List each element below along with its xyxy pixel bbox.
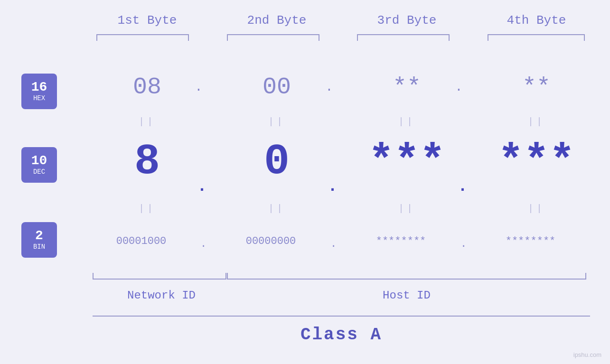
- equals-3a: ||: [359, 116, 454, 127]
- hex-value-4: **: [489, 74, 584, 101]
- top-bracket-4: [488, 34, 585, 41]
- bin-badge-number: 2: [35, 229, 43, 243]
- dec-dot-3: .: [458, 177, 468, 196]
- byte-header-4: 4th Byte: [489, 13, 584, 28]
- dec-value-4: ***: [489, 138, 584, 186]
- top-bracket-3: [357, 34, 450, 41]
- dec-value-1: 8: [100, 138, 195, 186]
- byte-header-3: 3rd Byte: [359, 13, 454, 28]
- hex-badge-number: 16: [31, 80, 47, 95]
- bin-dot-2: .: [330, 238, 337, 250]
- equals-2b: ||: [229, 203, 324, 214]
- hex-dot-3: .: [455, 80, 463, 94]
- bin-dot-1: .: [200, 238, 206, 250]
- class-label: Class A: [93, 325, 590, 345]
- dec-dot-2: .: [328, 177, 338, 196]
- equals-1a: ||: [100, 116, 195, 127]
- hex-badge-label: HEX: [33, 95, 45, 102]
- hex-dot-1: .: [195, 80, 203, 94]
- equals-3b: ||: [359, 203, 454, 214]
- hex-value-2: 00: [229, 74, 324, 101]
- dec-dot-1: .: [197, 177, 207, 196]
- byte-header-2: 2nd Byte: [229, 13, 324, 28]
- host-id-label: Host ID: [227, 289, 586, 302]
- bottom-bracket-host: [227, 273, 586, 280]
- equals-2a: ||: [229, 116, 324, 127]
- dec-badge-label: DEC: [33, 168, 45, 176]
- hex-badge: 16 HEX: [21, 74, 57, 109]
- dec-badge-number: 10: [31, 154, 47, 168]
- dec-value-2: 0: [229, 138, 324, 186]
- hex-value-3: **: [359, 74, 454, 101]
- class-separator: [93, 316, 590, 317]
- bin-value-1: 00001000: [83, 235, 199, 247]
- hex-dot-2: .: [325, 80, 333, 94]
- bin-value-4: ********: [472, 235, 589, 247]
- equals-1b: ||: [100, 203, 195, 214]
- watermark: ipshu.com: [573, 351, 601, 358]
- bin-dot-3: .: [460, 238, 467, 250]
- dec-value-3: ***: [359, 138, 454, 186]
- bin-value-2: 00000000: [213, 235, 329, 247]
- top-bracket-1: [96, 34, 189, 41]
- bottom-bracket-network: [93, 273, 226, 280]
- top-bracket-2: [227, 34, 319, 41]
- network-id-label: Network ID: [95, 289, 228, 302]
- dec-badge: 10 DEC: [21, 147, 57, 183]
- bin-value-3: ********: [343, 235, 459, 247]
- equals-4b: ||: [489, 203, 584, 214]
- byte-header-1: 1st Byte: [100, 13, 195, 28]
- hex-value-1: 08: [100, 74, 195, 101]
- bin-badge-label: BIN: [33, 243, 45, 251]
- equals-4a: ||: [489, 116, 584, 127]
- bin-badge: 2 BIN: [21, 222, 57, 258]
